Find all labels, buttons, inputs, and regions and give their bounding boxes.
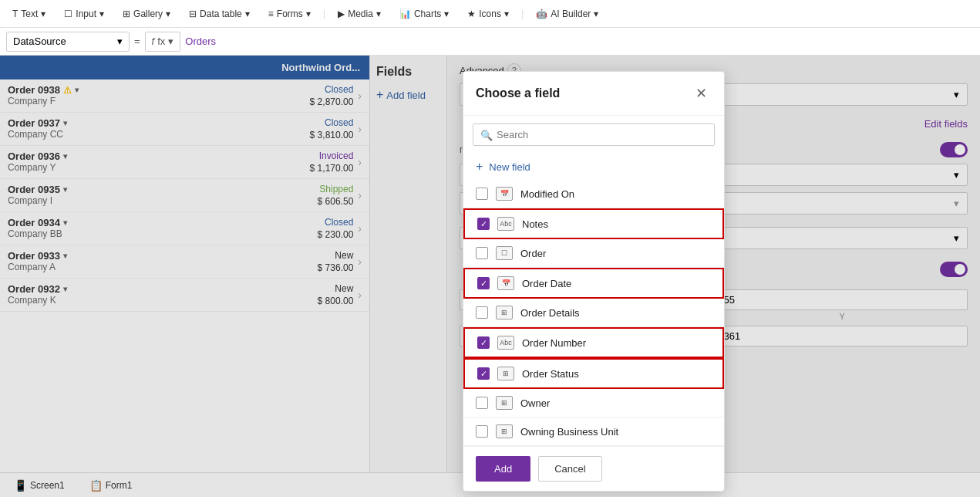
field-name: Order: [520, 248, 546, 259]
field-checkbox[interactable]: [476, 425, 488, 438]
chevron-down-icon: ▾: [168, 36, 173, 47]
field-checkbox[interactable]: [476, 188, 488, 200]
choose-field-modal: Choose a field ✕ 🔍 + New field 📅 Modifie…: [463, 71, 725, 492]
field-name: Order Status: [522, 368, 579, 380]
toolbar-forms[interactable]: ≡ Forms ▾: [262, 5, 317, 22]
field-checkbox[interactable]: [476, 306, 488, 319]
equals-icon: =: [134, 36, 140, 47]
field-item[interactable]: Abc Order Number: [463, 327, 724, 358]
field-checkbox[interactable]: [476, 397, 488, 409]
fx-icon: f: [152, 36, 155, 47]
chevron-down-icon: ▾: [444, 8, 449, 19]
toolbar-input[interactable]: ☐ Input ▾: [58, 5, 110, 22]
chevron-down-icon: ▾: [504, 8, 509, 19]
chevron-down-icon: ▾: [41, 8, 45, 19]
input-icon: ☐: [64, 8, 72, 19]
ai-icon: 🤖: [536, 8, 547, 19]
fx-button[interactable]: f fx ▾: [145, 32, 181, 52]
chevron-down-icon: ▾: [245, 8, 250, 19]
field-name: Owning Business Unit: [520, 426, 618, 438]
field-name: Order Date: [522, 278, 571, 289]
modal-footer: Add Cancel: [463, 446, 724, 491]
toolbar-media[interactable]: ▶ Media ▾: [332, 5, 387, 22]
media-icon: ▶: [338, 8, 345, 19]
separator2: |: [521, 8, 524, 19]
close-button[interactable]: ✕: [690, 83, 712, 104]
chevron-down-icon: ▾: [306, 8, 311, 19]
field-checkbox[interactable]: [477, 218, 490, 230]
formula-value: Orders: [185, 36, 216, 47]
field-name: Order Number: [522, 337, 586, 349]
modal-header: Choose a field ✕: [463, 72, 724, 116]
toolbar-aibuilder[interactable]: 🤖 AI Builder ▾: [530, 5, 605, 22]
toolbar-datatable[interactable]: ⊟ Data table ▾: [183, 5, 256, 22]
field-item[interactable]: 📅 Modified On: [463, 180, 724, 208]
field-name: Notes: [522, 218, 548, 230]
search-input[interactable]: [473, 123, 715, 146]
chevron-down-icon: ▾: [117, 36, 123, 47]
chevron-down-icon: ▾: [594, 8, 598, 19]
field-item[interactable]: 📅 Order Date: [463, 268, 724, 299]
field-item[interactable]: ⊞ Order Details: [463, 299, 724, 327]
field-item[interactable]: ☐ Order: [463, 239, 724, 268]
chevron-down-icon: ▾: [166, 8, 170, 19]
field-type-icon: ⊞: [496, 424, 513, 438]
separator: |: [323, 8, 325, 19]
main-area: Northwind Ord... Order 0938 ⚠ ▾ Company …: [0, 56, 980, 497]
toolbar-gallery[interactable]: ⊞ Gallery ▾: [116, 5, 177, 22]
search-icon: 🔍: [480, 129, 493, 140]
field-name: Owner: [520, 397, 550, 409]
field-type-icon: ☐: [496, 246, 513, 260]
formula-bar: DataSource ▾ = f fx ▾ Orders: [0, 28, 980, 56]
toolbar-text[interactable]: T Text ▾: [6, 5, 52, 22]
new-field-row[interactable]: + New field: [463, 154, 724, 180]
field-type-icon: 📅: [497, 276, 514, 290]
icons-icon: ★: [467, 8, 476, 19]
text-icon: T: [12, 8, 18, 19]
field-checkbox[interactable]: [477, 367, 490, 380]
field-type-icon: Abc: [497, 217, 514, 231]
plus-icon: +: [476, 160, 483, 174]
fx-label: fx: [157, 36, 165, 47]
charts-icon: 📊: [399, 8, 411, 19]
chevron-down-icon: ▾: [376, 8, 381, 19]
cancel-button[interactable]: Cancel: [538, 456, 601, 482]
datatable-icon: ⊟: [189, 8, 197, 19]
datasource-dropdown[interactable]: DataSource ▾: [6, 32, 130, 52]
field-type-icon: 📅: [496, 187, 513, 201]
field-type-icon: Abc: [497, 336, 514, 350]
gallery-icon: ⊞: [123, 8, 130, 19]
add-button[interactable]: Add: [476, 456, 530, 482]
toolbar-charts[interactable]: 📊 Charts ▾: [393, 5, 455, 22]
chevron-down-icon: ▾: [99, 8, 104, 19]
toolbar: T Text ▾ ☐ Input ▾ ⊞ Gallery ▾ ⊟ Data ta…: [0, 0, 980, 28]
field-name: Order Details: [520, 307, 580, 319]
field-item[interactable]: Abc Notes: [463, 208, 724, 239]
field-checkbox[interactable]: [476, 247, 488, 259]
forms-icon: ≡: [268, 8, 274, 19]
field-checkbox[interactable]: [477, 336, 490, 349]
field-checkbox[interactable]: [477, 277, 490, 289]
field-item[interactable]: ⊞ Order Status: [463, 358, 724, 389]
field-type-icon: ⊞: [496, 306, 513, 320]
field-item[interactable]: ⊞ Owning Business Unit: [463, 418, 724, 446]
field-item[interactable]: ⊞ Owner: [463, 389, 724, 418]
field-name: Modified On: [520, 188, 574, 200]
field-type-icon: ⊞: [497, 367, 514, 380]
field-type-icon: ⊞: [496, 396, 513, 410]
modal-title: Choose a field: [476, 86, 560, 100]
search-box: 🔍: [473, 123, 715, 146]
field-list: 📅 Modified On Abc Notes ☐ Order 📅 Order …: [463, 180, 724, 446]
toolbar-icons[interactable]: ★ Icons ▾: [461, 5, 515, 22]
